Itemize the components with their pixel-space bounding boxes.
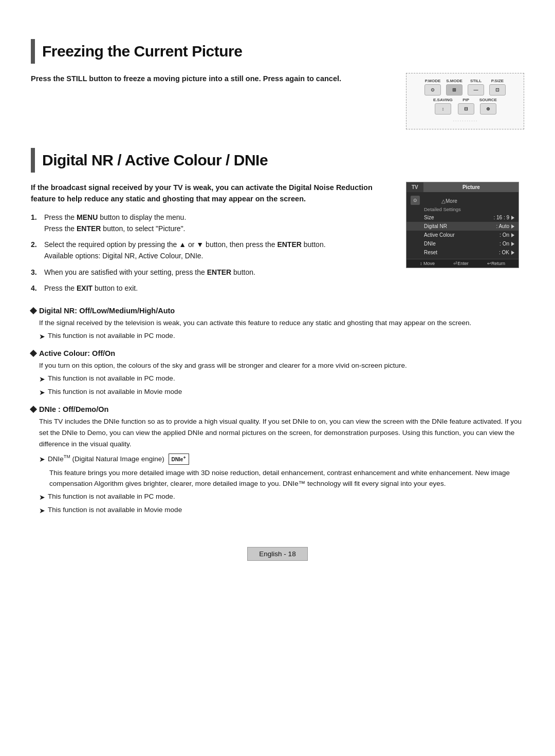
bullet-diamond-3	[30, 406, 37, 413]
tv-menu-header: TV Picture	[406, 182, 519, 192]
step-3: 3. When you are satisfied with your sett…	[31, 267, 391, 278]
bullet-body-dnr: If the signal received by the television…	[39, 317, 524, 329]
section1-title: Freezing the Current Picture	[42, 43, 242, 60]
section2-content: If the broadcast signal received by your…	[31, 182, 524, 299]
tm-symbol: TM	[64, 454, 70, 459]
note-dnr-pc: ➤ This function is not available in PC m…	[39, 331, 524, 343]
bullet-title-dnr: Digital NR: Off/Low/Medium/High/Auto	[31, 307, 524, 315]
footer-enter: ⏎Enter	[453, 261, 469, 266]
page-number-badge: English - 18	[247, 547, 307, 561]
bullet-active-colour: Active Colour: Off/On If you turn on thi…	[31, 349, 524, 398]
heading-bar-2	[31, 148, 35, 173]
section1-text: Press the STILL button to freeze a movin…	[31, 73, 391, 129]
arrow-icon-ac	[511, 233, 514, 237]
arrow-icon-reset	[511, 251, 514, 255]
section1-intro: Press the STILL button to freeze a movin…	[31, 73, 391, 84]
section1-heading: Freezing the Current Picture	[31, 39, 524, 64]
tv-tab: TV	[406, 182, 424, 192]
bullet-body-dnie: This TV includes the DNIe function so as…	[39, 416, 524, 449]
note-arrow-icon-4: ➤	[39, 454, 45, 465]
still-btn: STILL —	[468, 79, 484, 96]
dnie-detail-body: This feature brings you more detailed im…	[49, 467, 524, 489]
note-arrow-icon: ➤	[39, 331, 45, 343]
remote-row-2: E.SAVING ↕ PIP ⊟ SOURCE ⊕	[433, 98, 497, 115]
picture-tab: Picture	[424, 182, 519, 192]
arrow-icon-size	[511, 216, 514, 220]
tv-menu-detail-label: Detailed Settings	[406, 206, 519, 213]
note-dnie-pc: ➤ This function is not available in PC m…	[39, 492, 524, 503]
step-4: 4. Press the EXIT button to exit.	[31, 283, 391, 294]
bullet-title-ac: Active Colour: Off/On	[31, 349, 524, 357]
dnie-badge: DNIe+	[169, 453, 189, 465]
tv-menu-body: ⊙ △More Detailed Settings Size : 16 : 9 …	[406, 192, 519, 259]
section2-title: Digital NR / Active Colour / DNIe	[42, 152, 268, 169]
note-dnie-tm-header: ➤ DNIeTM (Digital Natural Image engine) …	[39, 453, 524, 465]
remote-row-1: P.MODE ⊙ S.MODE ⊞ STILL — P.SIZE ⊡	[424, 79, 506, 96]
section1-remote-image: P.MODE ⊙ S.MODE ⊞ STILL — P.SIZE ⊡	[406, 73, 524, 129]
note-arrow-icon-5: ➤	[39, 492, 45, 503]
tv-row-reset: Reset : OK	[406, 248, 519, 257]
note-arrow-icon-3: ➤	[39, 387, 45, 399]
tv-onscreen-menu: TV Picture ⊙ △More Detailed Settings Siz…	[406, 182, 519, 268]
bullet-digital-nr: Digital NR: Off/Low/Medium/High/Auto If …	[31, 307, 524, 342]
bullet-title-dnie: DNIe : Off/Demo/On	[31, 405, 524, 413]
heading-bar-1	[31, 39, 35, 64]
pip-btn: PIP ⊟	[458, 98, 474, 115]
tv-menu-footer: ↕ Move ⏎Enter ↩Return	[406, 259, 519, 268]
tv-row-size: Size : 16 : 9	[406, 213, 519, 222]
note-ac-pc: ➤ This function is not available in PC m…	[39, 373, 524, 385]
note-arrow-icon-2: ➤	[39, 374, 45, 385]
section1-content: Press the STILL button to freeze a movin…	[31, 73, 524, 129]
esaving-btn: E.SAVING ↕	[433, 98, 453, 115]
step-1: 1. Press the MENU button to display the …	[31, 212, 391, 234]
steps-list: 1. Press the MENU button to display the …	[31, 212, 391, 294]
note-ac-movie: ➤ This function is not available in Movi…	[39, 387, 524, 399]
tv-row-dnr: Digital NR : Auto	[406, 222, 519, 231]
section2-text: If the broadcast signal received by your…	[31, 182, 391, 299]
psize-btn: P.SIZE ⊡	[489, 79, 506, 96]
note-arrow-icon-6: ➤	[39, 505, 45, 517]
tv-row-dnie: DNIe : On	[406, 239, 519, 248]
section2-intro: If the broadcast signal received by your…	[31, 182, 391, 205]
remote-control-diagram: P.MODE ⊙ S.MODE ⊞ STILL — P.SIZE ⊡	[406, 73, 524, 129]
remote-caption: · · · · · · · · · · ·	[453, 119, 477, 123]
step-2: 2. Select the required option by pressin…	[31, 239, 391, 261]
note-dnie-movie: ➤ This function is not available in Movi…	[39, 505, 524, 517]
page-footer: English - 18	[31, 547, 524, 561]
bullet-diamond-2	[30, 350, 37, 357]
footer-move: ↕ Move	[420, 261, 435, 266]
bullet-dnie: DNIe : Off/Demo/On This TV includes the …	[31, 405, 524, 516]
tv-row-active-colour: Active Colour : On	[406, 231, 519, 239]
arrow-icon-dnr	[511, 224, 514, 229]
arrow-icon-dnie	[511, 242, 514, 246]
tv-menu-icon: ⊙	[411, 196, 420, 205]
tv-menu-icon-row: ⊙ △More	[406, 194, 519, 206]
tv-menu-more: △More	[424, 197, 461, 204]
source-btn: SOURCE ⊕	[479, 98, 497, 115]
footer-return: ↩Return	[487, 261, 505, 266]
pmode-btn: P.MODE ⊙	[424, 79, 441, 96]
section2-tv-menu: TV Picture ⊙ △More Detailed Settings Siz…	[406, 182, 524, 299]
section2-heading: Digital NR / Active Colour / DNIe	[31, 148, 524, 173]
smode-btn: S.MODE ⊞	[446, 79, 462, 96]
bullet-body-ac: If you turn on this option, the colours …	[39, 360, 524, 371]
bullet-diamond-1	[30, 307, 37, 314]
